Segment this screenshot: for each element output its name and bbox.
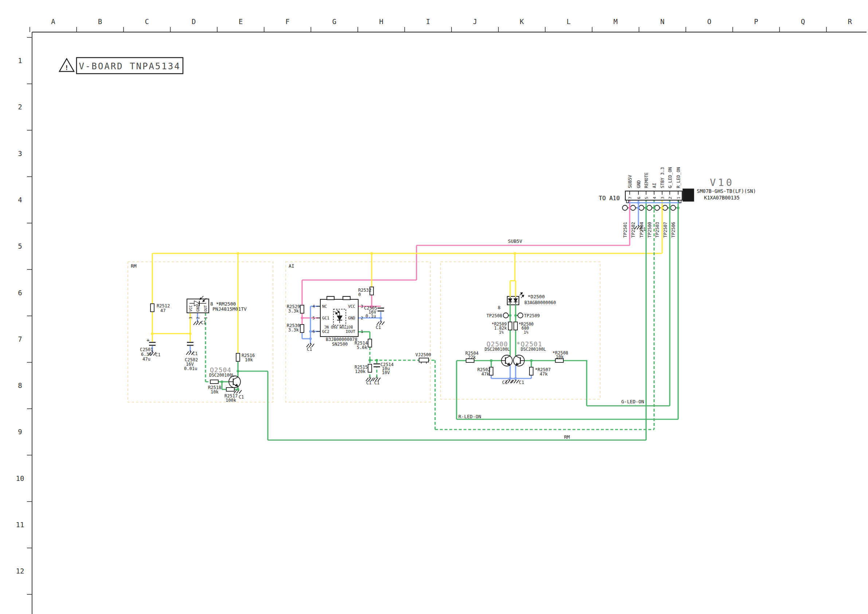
- resistor: [368, 339, 372, 347]
- schematic-text: G-LED-ON: [621, 399, 644, 404]
- resistor: [210, 380, 218, 384]
- test-point: [647, 205, 652, 210]
- junction-dot: [514, 377, 517, 379]
- schematic-text: TP2508: [487, 313, 502, 318]
- connector-pin-name: SUB5V: [628, 175, 632, 188]
- grid-number: 10: [16, 474, 25, 482]
- grid-number: 12: [16, 567, 25, 575]
- grid-number: 1: [18, 56, 22, 65]
- schematic-text: C1: [502, 380, 507, 385]
- schematic-text: 2: [361, 316, 363, 320]
- junction-dot: [628, 206, 631, 209]
- connector-pin-name: REMOTE: [644, 173, 649, 188]
- tp-label: TP2500: [647, 222, 652, 238]
- ground-symbol: [516, 380, 519, 383]
- junction-dot: [237, 388, 239, 390]
- block-label: AI: [288, 263, 294, 269]
- test-point: [622, 205, 628, 210]
- grid-letter: O: [707, 17, 711, 25]
- grid-letter: H: [379, 17, 383, 25]
- ground-symbol: [186, 351, 189, 355]
- schematic-text: 2: [196, 317, 200, 319]
- schematic-text: 0.01u: [184, 366, 197, 371]
- connector-code: K1XA07B00135: [704, 195, 740, 201]
- test-point: [503, 313, 508, 318]
- schematic-text: BOTTOM PAD NC: [324, 325, 353, 329]
- connector-pin-number: 1: [676, 196, 681, 199]
- schematic-text: VCC: [348, 304, 355, 309]
- resistor: [150, 304, 154, 312]
- schematic-text: 8: [498, 305, 500, 310]
- connector-tab: [626, 200, 629, 203]
- schematic-text: C1: [376, 325, 381, 330]
- grid-letter: C: [145, 17, 149, 25]
- grid-number: 9: [18, 428, 22, 436]
- schematic-text: OUT: [204, 305, 208, 312]
- junction-dot: [237, 370, 239, 372]
- schematic-text: SN2500: [332, 342, 348, 347]
- schematic-text: C1: [201, 320, 206, 325]
- schematic-text: NC: [322, 304, 327, 309]
- resistor: [368, 364, 372, 372]
- tp-label: TP2502: [631, 222, 636, 238]
- schematic-text: C1: [519, 380, 524, 385]
- junction-dot: [637, 201, 640, 204]
- schematic-text: C1: [366, 380, 371, 385]
- schematic-text: 6: [312, 329, 315, 334]
- junction-dot: [637, 206, 640, 209]
- schematic-text: C1: [155, 352, 160, 358]
- schematic-text: 120k: [355, 369, 366, 374]
- schematic-text: 3: [361, 304, 363, 309]
- schematic-text: B3JB00000078: [326, 337, 358, 342]
- schematic-text: C1: [374, 380, 379, 385]
- grid-letter: N: [660, 17, 664, 25]
- schematic-text: GND: [348, 316, 355, 320]
- grid-letter: P: [754, 17, 758, 25]
- junction-dot: [677, 206, 679, 209]
- junction-dot: [509, 314, 511, 317]
- grid-number: 6: [18, 289, 22, 297]
- ground-symbol: [377, 322, 379, 325]
- schematic-text: C1: [307, 347, 312, 352]
- connector-to-label: TO A10: [599, 195, 620, 202]
- junction-dot: [645, 206, 647, 209]
- grid-letter: F: [285, 17, 289, 25]
- grid-letter: Q: [801, 17, 805, 25]
- junction-dot: [237, 252, 239, 255]
- grid-number: 8: [18, 381, 22, 389]
- schematic-text: 5: [312, 316, 315, 320]
- schematic-text: 1%: [499, 330, 504, 335]
- junction-dot: [151, 332, 153, 335]
- resistor: [508, 322, 512, 330]
- schematic-text: R-LED-ON: [459, 414, 481, 419]
- schematic-text: 3.3k: [288, 308, 299, 314]
- resistor: [514, 322, 518, 330]
- schematic-text: 6.3V: [141, 352, 152, 357]
- connector-pin-number: 3: [660, 196, 665, 199]
- junction-dot: [220, 380, 223, 383]
- tp-label: TP2506: [671, 222, 676, 238]
- jumper-vj2500: [419, 358, 429, 362]
- schematic-text: 10k: [556, 354, 564, 359]
- junction-dot: [514, 314, 517, 317]
- page-title: V-BOARD TNPA5134: [79, 61, 180, 72]
- schematic-text: 3.3k: [288, 327, 299, 333]
- tp-label: TP2507: [663, 222, 668, 238]
- schematic-text: R2512: [157, 303, 170, 308]
- connector-pin-number: 7: [628, 196, 632, 199]
- schematic-text: 1: [204, 317, 208, 319]
- ground-symbol: [379, 322, 382, 325]
- ic-sn2500-tab: [343, 297, 350, 300]
- junction-dot: [309, 330, 312, 333]
- led-d2500-box: [507, 297, 519, 305]
- schematic-text: 47u: [143, 357, 150, 362]
- schematic-canvas: ABCDEFGHIJKLMNOPQR123456789101112V-BOARD…: [0, 0, 868, 614]
- schematic-text: GC2: [322, 329, 329, 334]
- connector-pin-number: 2: [668, 196, 673, 199]
- resistor: [530, 367, 533, 375]
- schematic-text: 47: [160, 308, 166, 313]
- junction-dot: [370, 252, 373, 255]
- junction-dot: [509, 377, 511, 379]
- schematic-text: 1: [361, 329, 363, 334]
- grid-number: 4: [18, 196, 22, 204]
